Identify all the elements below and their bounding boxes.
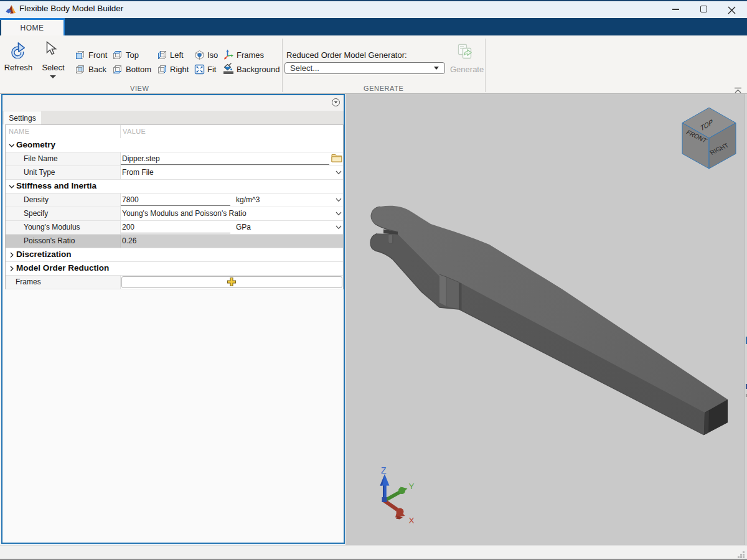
svg-text:X: X xyxy=(409,516,415,525)
svg-text:Z: Z xyxy=(381,465,387,475)
svg-text:Y: Y xyxy=(409,482,415,491)
